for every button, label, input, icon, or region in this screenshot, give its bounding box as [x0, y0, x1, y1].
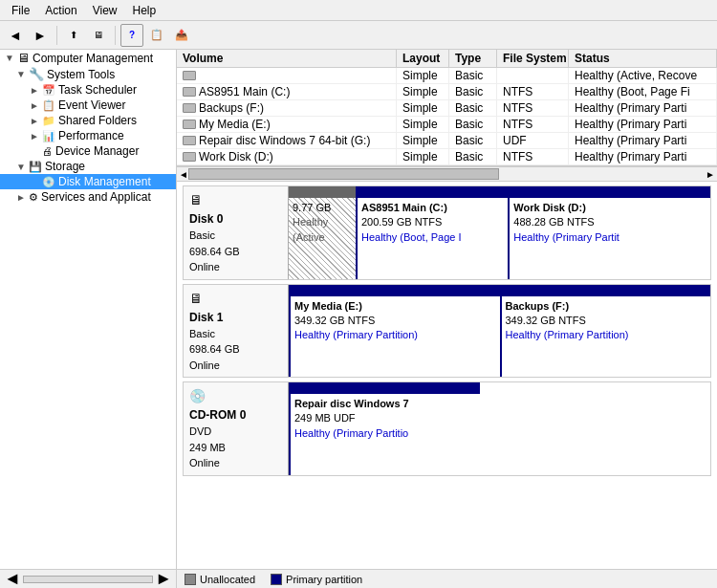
expand-task-scheduler[interactable]: ► — [27, 85, 42, 96]
tree-item-storage[interactable]: ▼ 💾 Storage — [0, 159, 176, 174]
scroll-thumb[interactable] — [188, 168, 499, 180]
col-volume[interactable]: Volume — [177, 50, 397, 67]
cell-type: Basic — [449, 117, 497, 132]
table-row[interactable]: Backups (F:) Simple Basic NTFS Healthy (… — [177, 100, 717, 117]
volume-icon — [183, 87, 196, 97]
cell-type: Basic — [449, 149, 497, 164]
main-layout: ▼ 🖥 Computer Management ▼ 🔧 System Tools… — [0, 50, 717, 588]
disk-row-cdrom: 💿 CD-ROM 0 DVD 249 MB Online Repair disc… — [183, 381, 711, 476]
cdrom-0-size: 249 MB — [189, 440, 282, 456]
tree-item-shared-folders[interactable]: ► 📁 Shared Folders — [0, 113, 176, 128]
tree-item-performance[interactable]: ► 📊 Performance — [0, 128, 176, 143]
cell-layout: Simple — [397, 68, 449, 83]
expand-computer-management[interactable]: ▼ — [2, 53, 17, 63]
toolbar: ◄ ► ⬆ 🖥 ? 📋 📤 — [0, 21, 717, 50]
expand-system-tools[interactable]: ▼ — [13, 69, 29, 79]
tree-item-services[interactable]: ► ⚙ Services and Applicat — [0, 189, 176, 205]
scroll-right-btn[interactable]: ► — [706, 169, 715, 180]
performance-icon: 📊 — [42, 130, 55, 142]
export-button[interactable]: 📤 — [170, 24, 193, 47]
partition-2-name: Work Disk (D:) — [513, 201, 706, 215]
services-icon: ⚙ — [29, 191, 38, 204]
partition-e-header — [291, 285, 500, 296]
tree-item-system-tools[interactable]: ▼ 🔧 System Tools — [0, 66, 176, 82]
legend-unallocated: Unallocated — [185, 574, 255, 585]
forward-button[interactable]: ► — [29, 24, 52, 47]
disk-area: 🖥 Disk 0 Basic 698.64 GB Online 9.77 GB … — [177, 182, 717, 569]
tree-item-task-scheduler[interactable]: ► 📅 Task Scheduler — [0, 82, 176, 98]
legend-unallocated-box — [185, 574, 196, 585]
menu-action[interactable]: Action — [37, 2, 84, 19]
table-row[interactable]: My Media (E:) Simple Basic NTFS Healthy … — [177, 117, 717, 133]
partition-2-size: 488.28 GB NTFS — [513, 215, 706, 229]
expand-performance[interactable]: ► — [27, 131, 42, 142]
tree-item-computer-management[interactable]: ▼ 🖥 Computer Management — [0, 50, 176, 66]
disk-1-partition-1[interactable]: Backups (F:) 349.32 GB NTFS Healthy (Pri… — [500, 285, 711, 378]
col-filesystem[interactable]: File System — [497, 50, 569, 67]
menu-file[interactable]: File — [4, 2, 37, 19]
expand-storage[interactable]: ▼ — [13, 162, 29, 172]
tree-item-disk-management[interactable]: 💿 Disk Management — [0, 174, 176, 189]
expand-event-viewer[interactable]: ► — [27, 100, 42, 111]
cell-status: Healthy (Boot, Page Fi — [569, 84, 717, 99]
disk-0-name: Disk 0 — [189, 210, 282, 228]
cell-layout: Simple — [397, 84, 449, 99]
col-status[interactable]: Status — [569, 50, 717, 67]
table-row[interactable]: Repair disc Windows 7 64-bit (G:) Simple… — [177, 133, 717, 149]
up-button[interactable]: ⬆ — [62, 24, 85, 47]
cell-type: Basic — [449, 68, 497, 83]
back-button[interactable]: ◄ — [4, 24, 27, 47]
disk-1-partition-0[interactable]: My Media (E:) 349.32 GB NTFS Healthy (Pr… — [289, 285, 500, 378]
tree-item-device-manager[interactable]: 🖨 Device Manager — [0, 143, 176, 159]
partition-2-header — [510, 186, 710, 198]
tree-label-storage: Storage — [45, 160, 85, 173]
toolbar-separator-2 — [115, 26, 116, 45]
cell-layout: Simple — [397, 149, 449, 164]
volume-icon — [183, 71, 196, 80]
show-hide-button[interactable]: 🖥 — [87, 24, 110, 47]
cdrom-0-partition-0[interactable]: Repair disc Windows 7 249 MB UDF Healthy… — [289, 382, 480, 475]
expand-shared-folders[interactable]: ► — [27, 116, 42, 126]
disk-row-0: 🖥 Disk 0 Basic 698.64 GB Online 9.77 GB … — [183, 185, 711, 280]
tree-item-event-viewer[interactable]: ► 📋 Event Viewer — [0, 98, 176, 113]
partition-f-size: 349.32 GB NTFS — [506, 314, 707, 328]
properties-button[interactable]: 📋 — [145, 24, 168, 47]
partition-0-body: 9.77 GB Healthy (Active — [289, 198, 356, 248]
cell-layout: Simple — [397, 117, 449, 132]
task-scheduler-icon: 📅 — [42, 84, 55, 97]
partition-2-body: Work Disk (D:) 488.28 GB NTFS Healthy (P… — [510, 198, 710, 248]
disk-0-partition-0[interactable]: 9.77 GB Healthy (Active — [289, 186, 356, 279]
menu-view[interactable]: View — [85, 2, 125, 19]
scroll-track[interactable] — [188, 168, 706, 180]
device-manager-icon: 🖨 — [42, 145, 53, 157]
partition-2-status: Healthy (Primary Partit — [513, 230, 706, 245]
cell-volume: My Media (E:) — [177, 117, 397, 132]
horizontal-scrollbar[interactable]: ◄ ► — [177, 166, 717, 182]
partition-e-size: 349.32 GB NTFS — [294, 314, 496, 328]
cell-filesystem: NTFS — [497, 149, 569, 164]
left-panel: ▼ 🖥 Computer Management ▼ 🔧 System Tools… — [0, 50, 177, 588]
table-row[interactable]: AS8951 Main (C:) Simple Basic NTFS Healt… — [177, 84, 717, 100]
table-row[interactable]: Work Disk (D:) Simple Basic NTFS Healthy… — [177, 149, 717, 165]
cell-filesystem — [497, 68, 569, 83]
left-scroll-left[interactable]: ◄ — [4, 569, 21, 588]
volume-icon — [183, 103, 196, 113]
scroll-left-btn[interactable]: ◄ — [179, 169, 188, 180]
col-layout[interactable]: Layout — [397, 50, 449, 67]
storage-icon: 💾 — [29, 161, 42, 173]
menu-help[interactable]: Help — [125, 2, 164, 19]
help-button[interactable]: ? — [120, 24, 143, 47]
cdrom-0-status: Online — [189, 455, 282, 471]
table-row[interactable]: Simple Basic Healthy (Active, Recove — [177, 68, 717, 84]
legend-primary: Primary partition — [271, 574, 362, 585]
disk-0-partition-1[interactable]: AS8951 Main (C:) 200.59 GB NTFS Healthy … — [356, 186, 508, 279]
partition-e-body: My Media (E:) 349.32 GB NTFS Healthy (Pr… — [291, 296, 500, 346]
expand-services[interactable]: ► — [13, 192, 29, 203]
partition-1-body: AS8951 Main (C:) 200.59 GB NTFS Healthy … — [358, 198, 508, 248]
tree-label-services: Services and Applicat — [41, 190, 151, 204]
left-scroll-right[interactable]: ► — [155, 569, 172, 588]
col-type[interactable]: Type — [449, 50, 497, 67]
disk-0-partition-2[interactable]: Work Disk (D:) 488.28 GB NTFS Healthy (P… — [508, 186, 710, 279]
cell-type: Basic — [449, 84, 497, 99]
cell-volume — [177, 68, 397, 83]
